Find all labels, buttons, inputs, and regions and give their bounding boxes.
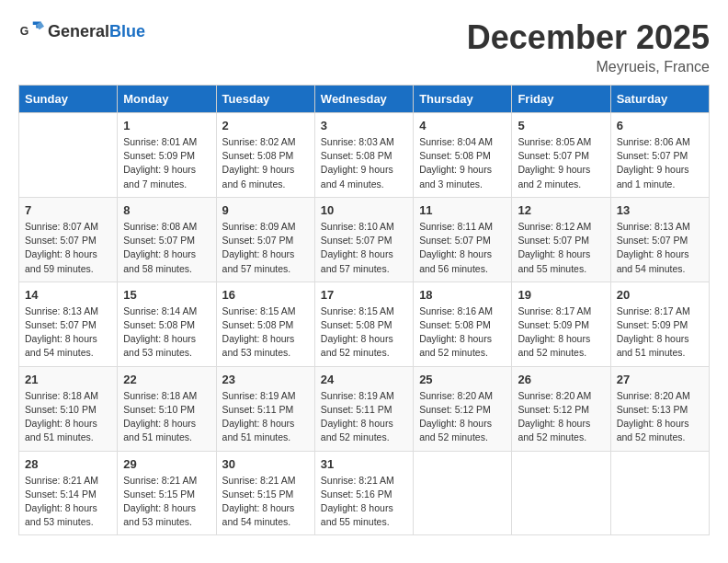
calendar-week-5: 28Sunrise: 8:21 AMSunset: 5:14 PMDayligh…	[19, 451, 710, 535]
day-info: Sunrise: 8:13 AMSunset: 5:07 PMDaylight:…	[617, 220, 703, 276]
header-day-friday: Friday	[512, 86, 610, 113]
day-number: 31	[321, 457, 407, 471]
calendar-cell	[610, 451, 709, 535]
calendar-cell: 20Sunrise: 8:17 AMSunset: 5:09 PMDayligh…	[610, 282, 709, 366]
calendar-cell: 25Sunrise: 8:20 AMSunset: 5:12 PMDayligh…	[414, 366, 512, 451]
calendar-cell: 5Sunrise: 8:05 AMSunset: 5:07 PMDaylight…	[512, 113, 610, 198]
day-info: Sunrise: 8:19 AMSunset: 5:11 PMDaylight:…	[321, 389, 407, 445]
day-number: 12	[518, 203, 604, 217]
day-number: 10	[321, 203, 407, 217]
calendar-cell: 28Sunrise: 8:21 AMSunset: 5:14 PMDayligh…	[19, 451, 118, 535]
day-info: Sunrise: 8:20 AMSunset: 5:12 PMDaylight:…	[419, 389, 506, 445]
day-number: 17	[321, 288, 407, 302]
day-info: Sunrise: 8:07 AMSunset: 5:07 PMDaylight:…	[25, 220, 111, 276]
day-info: Sunrise: 8:10 AMSunset: 5:07 PMDaylight:…	[321, 220, 407, 276]
calendar-cell: 29Sunrise: 8:21 AMSunset: 5:15 PMDayligh…	[118, 451, 216, 535]
calendar-week-2: 7Sunrise: 8:07 AMSunset: 5:07 PMDaylight…	[19, 197, 710, 282]
day-number: 3	[321, 119, 407, 132]
header-day-tuesday: Tuesday	[216, 86, 314, 113]
day-info: Sunrise: 8:08 AMSunset: 5:07 PMDaylight:…	[123, 220, 210, 276]
day-number: 21	[25, 373, 111, 386]
calendar-cell: 27Sunrise: 8:20 AMSunset: 5:13 PMDayligh…	[610, 366, 709, 451]
day-number: 29	[123, 457, 210, 471]
day-number: 11	[419, 203, 506, 217]
day-info: Sunrise: 8:16 AMSunset: 5:08 PMDaylight:…	[419, 304, 506, 361]
day-info: Sunrise: 8:20 AMSunset: 5:13 PMDaylight:…	[617, 389, 703, 445]
calendar-cell: 6Sunrise: 8:06 AMSunset: 5:07 PMDaylight…	[610, 113, 709, 198]
day-number: 20	[617, 288, 703, 302]
title-area: December 2025 Meyrueis, France	[467, 18, 710, 75]
logo-icon: G	[18, 18, 44, 44]
calendar-cell: 18Sunrise: 8:16 AMSunset: 5:08 PMDayligh…	[414, 282, 512, 366]
day-info: Sunrise: 8:19 AMSunset: 5:11 PMDaylight:…	[222, 389, 309, 445]
day-info: Sunrise: 8:14 AMSunset: 5:08 PMDaylight:…	[123, 304, 210, 361]
location-subtitle: Meyrueis, France	[467, 59, 710, 75]
day-info: Sunrise: 8:18 AMSunset: 5:10 PMDaylight:…	[123, 389, 210, 445]
day-info: Sunrise: 8:21 AMSunset: 5:15 PMDaylight:…	[222, 474, 309, 530]
day-info: Sunrise: 8:05 AMSunset: 5:07 PMDaylight:…	[518, 135, 604, 191]
day-info: Sunrise: 8:21 AMSunset: 5:16 PMDaylight:…	[321, 474, 407, 530]
calendar-cell: 7Sunrise: 8:07 AMSunset: 5:07 PMDaylight…	[19, 197, 118, 282]
calendar-cell: 14Sunrise: 8:13 AMSunset: 5:07 PMDayligh…	[19, 282, 118, 366]
calendar-cell: 31Sunrise: 8:21 AMSunset: 5:16 PMDayligh…	[314, 451, 413, 535]
logo-blue-text: Blue	[109, 22, 145, 40]
day-info: Sunrise: 8:21 AMSunset: 5:15 PMDaylight:…	[123, 474, 210, 530]
day-info: Sunrise: 8:18 AMSunset: 5:10 PMDaylight:…	[25, 389, 111, 445]
calendar-cell: 2Sunrise: 8:02 AMSunset: 5:08 PMDaylight…	[216, 113, 314, 198]
day-number: 24	[321, 373, 407, 386]
day-info: Sunrise: 8:17 AMSunset: 5:09 PMDaylight:…	[617, 304, 703, 361]
day-number: 18	[419, 288, 506, 302]
day-info: Sunrise: 8:15 AMSunset: 5:08 PMDaylight:…	[321, 304, 407, 361]
day-number: 26	[518, 373, 604, 386]
day-number: 5	[518, 119, 604, 132]
day-number: 30	[222, 457, 309, 471]
calendar-cell: 13Sunrise: 8:13 AMSunset: 5:07 PMDayligh…	[610, 197, 709, 282]
logo: G GeneralBlue	[18, 18, 145, 44]
calendar-cell: 11Sunrise: 8:11 AMSunset: 5:07 PMDayligh…	[414, 197, 512, 282]
day-info: Sunrise: 8:09 AMSunset: 5:07 PMDaylight:…	[222, 220, 309, 276]
svg-text:G: G	[20, 25, 29, 38]
calendar-week-1: 1Sunrise: 8:01 AMSunset: 5:09 PMDaylight…	[19, 113, 710, 198]
day-number: 15	[123, 288, 210, 302]
calendar-cell: 26Sunrise: 8:20 AMSunset: 5:12 PMDayligh…	[512, 366, 610, 451]
day-number: 28	[25, 457, 111, 471]
day-info: Sunrise: 8:06 AMSunset: 5:07 PMDaylight:…	[617, 135, 703, 191]
day-info: Sunrise: 8:02 AMSunset: 5:08 PMDaylight:…	[222, 135, 309, 191]
header-day-wednesday: Wednesday	[314, 86, 413, 113]
day-number: 22	[123, 373, 210, 386]
calendar-cell: 30Sunrise: 8:21 AMSunset: 5:15 PMDayligh…	[216, 451, 314, 535]
calendar-cell	[512, 451, 610, 535]
calendar-week-4: 21Sunrise: 8:18 AMSunset: 5:10 PMDayligh…	[19, 366, 710, 451]
month-title: December 2025	[467, 18, 710, 57]
page-header: G GeneralBlue December 2025 Meyrueis, Fr…	[18, 18, 710, 75]
calendar-cell	[414, 451, 512, 535]
day-number: 6	[617, 119, 703, 132]
day-number: 4	[419, 119, 506, 132]
day-number: 2	[222, 119, 309, 132]
logo-general-text: General	[48, 22, 109, 40]
day-info: Sunrise: 8:04 AMSunset: 5:08 PMDaylight:…	[419, 135, 506, 191]
day-info: Sunrise: 8:12 AMSunset: 5:07 PMDaylight:…	[518, 220, 604, 276]
header-day-sunday: Sunday	[19, 86, 118, 113]
calendar-cell: 3Sunrise: 8:03 AMSunset: 5:08 PMDaylight…	[314, 113, 413, 198]
header-day-saturday: Saturday	[610, 86, 709, 113]
day-info: Sunrise: 8:15 AMSunset: 5:08 PMDaylight:…	[222, 304, 309, 361]
day-number: 14	[25, 288, 111, 302]
calendar-cell: 21Sunrise: 8:18 AMSunset: 5:10 PMDayligh…	[19, 366, 118, 451]
calendar-cell: 12Sunrise: 8:12 AMSunset: 5:07 PMDayligh…	[512, 197, 610, 282]
calendar-header-row: SundayMondayTuesdayWednesdayThursdayFrid…	[19, 86, 710, 113]
day-number: 9	[222, 203, 309, 217]
day-info: Sunrise: 8:17 AMSunset: 5:09 PMDaylight:…	[518, 304, 604, 361]
day-number: 8	[123, 203, 210, 217]
calendar-week-3: 14Sunrise: 8:13 AMSunset: 5:07 PMDayligh…	[19, 282, 710, 366]
day-number: 7	[25, 203, 111, 217]
header-day-monday: Monday	[118, 86, 216, 113]
day-number: 1	[123, 119, 210, 132]
header-day-thursday: Thursday	[414, 86, 512, 113]
day-number: 25	[419, 373, 506, 386]
calendar-cell	[19, 113, 118, 198]
day-info: Sunrise: 8:20 AMSunset: 5:12 PMDaylight:…	[518, 389, 604, 445]
calendar-cell: 9Sunrise: 8:09 AMSunset: 5:07 PMDaylight…	[216, 197, 314, 282]
calendar-cell: 24Sunrise: 8:19 AMSunset: 5:11 PMDayligh…	[314, 366, 413, 451]
calendar-table: SundayMondayTuesdayWednesdayThursdayFrid…	[18, 85, 710, 535]
